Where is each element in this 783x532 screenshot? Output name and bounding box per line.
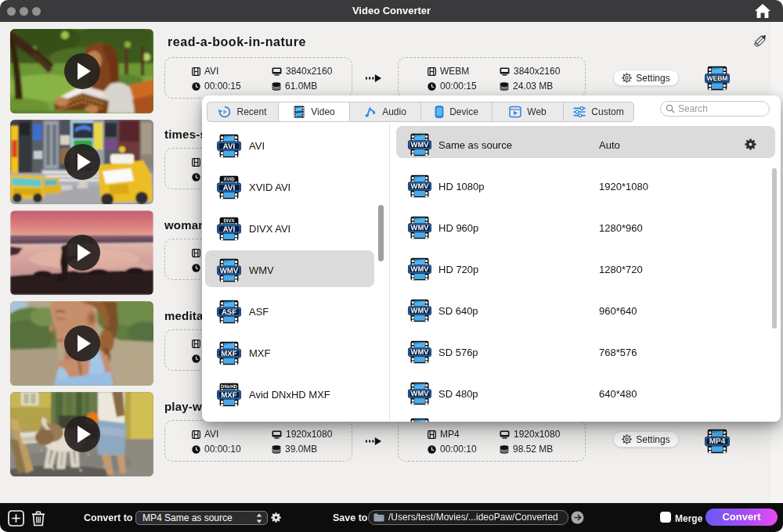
svg-text:AVI: AVI (223, 225, 235, 233)
svg-text:WEBM: WEBM (707, 75, 728, 82)
svg-text:MP4: MP4 (709, 437, 726, 446)
svg-text:WMV: WMV (411, 348, 429, 357)
svg-text:DIVX: DIVX (223, 218, 235, 223)
svg-text:WMV: WMV (411, 182, 429, 191)
svg-text:WMV: WMV (220, 266, 239, 275)
svg-text:DNxHD: DNxHD (221, 384, 237, 389)
svg-text:AVI: AVI (223, 183, 235, 192)
svg-text:WMV: WMV (411, 141, 429, 149)
svg-text:WMV: WMV (411, 390, 429, 398)
svg-text:XVID: XVID (223, 177, 234, 182)
svg-text:AVI: AVI (223, 142, 235, 150)
svg-text:MXF: MXF (221, 349, 237, 358)
svg-text:WMV: WMV (411, 224, 429, 232)
svg-text:WMV: WMV (411, 307, 429, 315)
svg-text:ASF: ASF (222, 307, 237, 316)
svg-text:MXF: MXF (221, 390, 237, 399)
svg-text:WMV: WMV (411, 265, 429, 274)
